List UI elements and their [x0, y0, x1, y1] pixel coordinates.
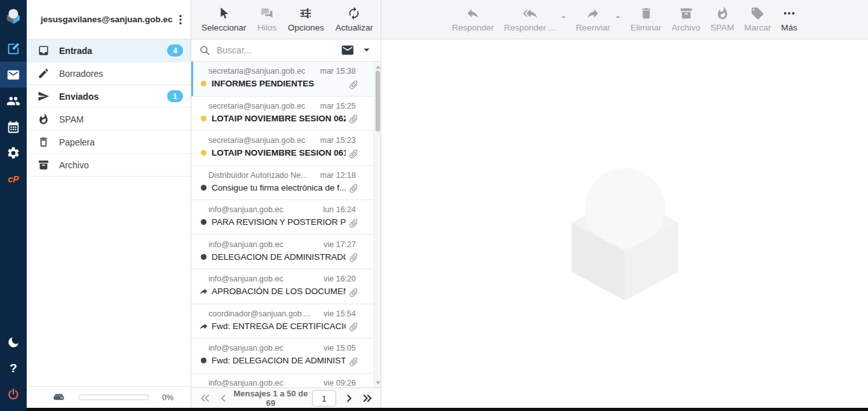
- account-email: jesusgavilanes@sanjuan.gob.ec: [41, 15, 173, 24]
- mark-label: Marcar: [744, 23, 771, 32]
- message-row[interactable]: info@sanjuan.gob.ec vie 16:20 APROBACIÓN…: [191, 269, 374, 304]
- reply-all-label: Responder ...: [504, 23, 555, 32]
- select-label: Seleccionar: [201, 23, 247, 32]
- cursor-icon: [217, 6, 231, 20]
- scroll-up-arrow[interactable]: [374, 63, 381, 71]
- contacts-icon: [6, 94, 20, 108]
- search-input[interactable]: [217, 45, 335, 55]
- folder-item-spam[interactable]: SPAM: [27, 108, 191, 131]
- message-date: mar 12:18: [320, 171, 356, 180]
- threads-button[interactable]: Hilos: [255, 5, 279, 34]
- last-page-button[interactable]: [358, 390, 376, 407]
- chevron-down-icon: [360, 44, 373, 57]
- message-status-icon: [199, 81, 208, 86]
- compose-icon: [6, 42, 20, 56]
- message-status-icon: [199, 219, 208, 225]
- flame-icon: [715, 6, 729, 20]
- options-button[interactable]: Opciones: [285, 5, 327, 34]
- first-page-button[interactable]: [196, 390, 214, 407]
- logout-button[interactable]: [0, 381, 27, 407]
- message-subject: Fwd: ENTREGA DE CERTIFICACIÓ...: [212, 321, 346, 331]
- gear-icon: [6, 146, 20, 160]
- power-icon: [6, 387, 20, 401]
- rail-item-mail[interactable]: [0, 62, 27, 88]
- reply-icon: [466, 6, 480, 20]
- message-row[interactable]: info@sanjuan.gob.ec lun 16:24 PARA REVIS…: [191, 200, 374, 235]
- folder-label: Papelera: [59, 137, 183, 147]
- scrollbar: [374, 62, 381, 387]
- attachment-icon: [346, 111, 361, 126]
- folder-item-sent[interactable]: Enviados 1: [27, 85, 191, 108]
- prev-page-button[interactable]: [215, 390, 232, 407]
- next-page-button[interactable]: [340, 390, 357, 407]
- reply-all-button[interactable]: Responder ...: [501, 5, 558, 34]
- search-scope-button[interactable]: [341, 43, 355, 57]
- select-button[interactable]: Seleccionar: [199, 5, 249, 34]
- message-row[interactable]: secretaria@sanjuan.gob.ec mar 15:38 INFO…: [191, 62, 374, 97]
- message-row[interactable]: secretaria@sanjuan.gob.ec mar 15:23 LOTA…: [191, 131, 374, 166]
- spam-label: SPAM: [710, 23, 734, 32]
- rail-item-calendar[interactable]: [0, 114, 27, 140]
- cpanel-icon: cP: [8, 174, 18, 184]
- folder-label: Enviados: [59, 91, 158, 102]
- account-menu-button[interactable]: [173, 10, 189, 29]
- message-date: mar 15:38: [320, 67, 356, 76]
- spam-button[interactable]: SPAM: [708, 5, 736, 34]
- message-sender: secretaria@sanjuan.gob.ec: [208, 67, 305, 76]
- message-row[interactable]: info@sanjuan.gob.ec vie 15:05 Fwd: DELEG…: [191, 339, 374, 374]
- trash-icon: [37, 136, 50, 148]
- message-row[interactable]: coordinador@sanjuan.gob.... vie 15:54 Fw…: [191, 304, 374, 339]
- rail-item-contacts[interactable]: [0, 88, 27, 114]
- message-sender: Distribuidor Autorizado Ne...: [208, 171, 308, 180]
- message-subject: LOTAIP NOVIEMBRE SESION 062: [212, 114, 346, 123]
- message-date: mar 15:25: [320, 102, 356, 111]
- archive-label: Archivo: [672, 23, 700, 32]
- attachment-icon: [346, 215, 361, 231]
- delete-button[interactable]: Eliminar: [628, 5, 664, 34]
- more-button[interactable]: Más: [778, 5, 800, 34]
- folder-label: Entrada: [59, 46, 158, 56]
- drive-icon: [52, 391, 65, 404]
- envelope-icon: [341, 43, 355, 57]
- forward-icon: [586, 6, 600, 20]
- forward-group: Reenviar: [573, 5, 623, 34]
- empty-preview-area: [381, 39, 868, 411]
- archive-button[interactable]: Archivo: [669, 5, 703, 34]
- kebab-menu-icon: [174, 13, 187, 26]
- sliders-icon: [299, 6, 313, 20]
- message-date: vie 17:27: [323, 240, 356, 249]
- folder-label: SPAM: [59, 114, 183, 125]
- webmail-window: cP ? jesusgavilanes@sanjuan.gob.ec Entra…: [0, 0, 868, 411]
- folder-item-trash[interactable]: Papelera: [27, 131, 191, 154]
- message-row[interactable]: Distribuidor Autorizado Ne... mar 12:18 …: [191, 166, 374, 201]
- search-options-caret[interactable]: [360, 44, 373, 57]
- scrollbar-thumb[interactable]: [376, 71, 380, 131]
- reply-button[interactable]: Responder: [449, 5, 496, 34]
- sogo-watermark-logo: [547, 147, 703, 303]
- folder-item-inbox[interactable]: Entrada 4: [27, 39, 191, 62]
- forward-button[interactable]: Reenviar: [573, 5, 613, 34]
- message-row[interactable]: info@sanjuan.gob.ec vie 17:27 DELEGACION…: [191, 235, 374, 270]
- compose-button[interactable]: [0, 36, 27, 62]
- cpanel-link[interactable]: cP: [0, 166, 27, 192]
- reply-all-menu-caret[interactable]: [558, 5, 568, 30]
- reply-all-icon: [523, 6, 537, 20]
- message-status-icon: [199, 185, 208, 191]
- refresh-icon: [347, 6, 361, 20]
- forward-menu-caret[interactable]: [613, 5, 623, 30]
- folder-badge: 1: [167, 90, 183, 102]
- refresh-button[interactable]: Actualizar: [333, 5, 376, 34]
- app-rail: cP ?: [0, 0, 27, 411]
- rail-item-settings[interactable]: [0, 140, 27, 166]
- folder-item-drafts[interactable]: Borradores: [27, 62, 191, 85]
- message-row[interactable]: info@sanjuan.gob.ec vie 09:26: [191, 374, 374, 388]
- message-status-icon: [199, 286, 208, 296]
- folder-item-archive[interactable]: Archivo: [27, 154, 191, 177]
- message-date: vie 15:54: [323, 309, 356, 318]
- message-row[interactable]: secretaria@sanjuan.gob.ec mar 15:25 LOTA…: [191, 97, 374, 131]
- page-number-input[interactable]: [312, 390, 336, 407]
- dark-mode-toggle[interactable]: [0, 329, 27, 355]
- scroll-down-arrow[interactable]: [374, 379, 381, 386]
- help-button[interactable]: ?: [0, 355, 27, 381]
- mark-button[interactable]: Marcar: [742, 5, 773, 34]
